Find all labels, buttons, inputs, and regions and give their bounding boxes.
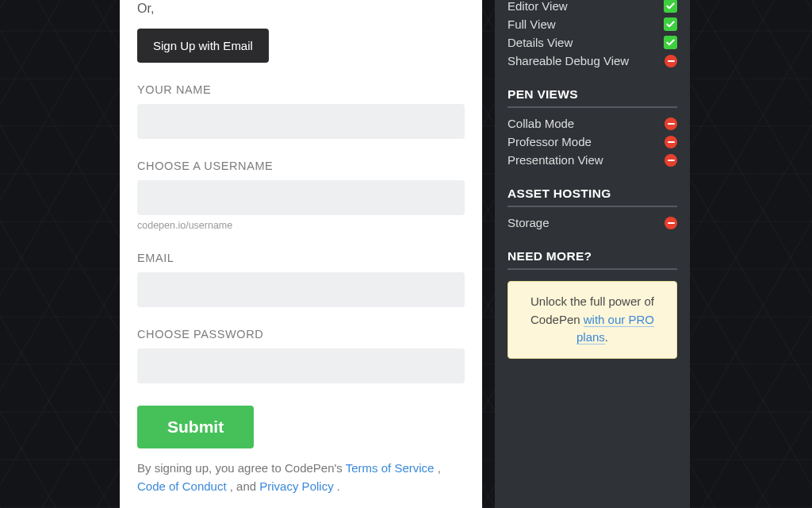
email-input[interactable] [137, 272, 465, 307]
features-sidebar: Editor ViewFull ViewDetails ViewShareabl… [495, 0, 690, 508]
check-icon [664, 36, 677, 49]
feature-label: Shareable Debug View [508, 54, 629, 67]
minus-icon [665, 117, 677, 130]
need-more-title: NEED MORE? [508, 249, 677, 270]
pro-plans-link[interactable]: with our PRO plans [576, 313, 654, 345]
signup-with-email-button[interactable]: Sign Up with Email [137, 29, 269, 63]
feature-row: Details View [508, 33, 677, 52]
submit-button[interactable]: Submit [137, 406, 254, 448]
signup-card: Or, Sign Up with Email YOUR NAME CHOOSE … [120, 0, 482, 508]
your-name-label: YOUR NAME [137, 83, 465, 96]
minus-icon [665, 136, 677, 148]
feature-label: Collab Mode [508, 117, 574, 130]
feature-row: Presentation View [508, 151, 677, 169]
feature-row: Shareable Debug View [508, 52, 677, 70]
minus-icon [665, 217, 677, 229]
code-of-conduct-link[interactable]: Code of Conduct [137, 479, 227, 493]
check-icon [664, 17, 677, 31]
agree-prefix: By signing up, you agree to CodePen's [137, 461, 346, 475]
email-label: EMAIL [137, 252, 465, 264]
username-label: CHOOSE A USERNAME [137, 160, 465, 172]
feature-row: Collab Mode [508, 114, 677, 133]
your-name-input[interactable] [137, 104, 465, 139]
feature-label: Editor View [508, 0, 568, 13]
section-title: PEN VIEWS [508, 87, 677, 108]
feature-label: Presentation View [508, 153, 603, 167]
feature-label: Full View [508, 17, 556, 31]
pro-promo-box: Unlock the full power of CodePen with ou… [508, 281, 677, 359]
feature-row: Storage [508, 214, 677, 232]
promo-suffix: . [605, 330, 608, 344]
privacy-policy-link[interactable]: Privacy Policy [259, 479, 333, 493]
username-hint: codepen.io/username [137, 220, 465, 231]
or-label: Or, [137, 2, 465, 16]
feature-row: Professor Mode [508, 133, 677, 151]
feature-label: Storage [508, 216, 550, 229]
minus-icon [665, 55, 677, 67]
feature-row: Editor View [508, 0, 677, 15]
agree-text: By signing up, you agree to CodePen's Te… [137, 460, 465, 495]
minus-icon [665, 154, 677, 167]
terms-of-service-link[interactable]: Terms of Service [346, 461, 435, 475]
feature-label: Professor Mode [508, 135, 592, 148]
password-input[interactable] [137, 348, 465, 383]
feature-label: Details View [508, 36, 573, 49]
check-icon [664, 0, 677, 13]
username-input[interactable] [137, 180, 465, 215]
section-title: ASSET HOSTING [508, 187, 677, 207]
password-label: CHOOSE PASSWORD [137, 328, 465, 341]
feature-row: Full View [508, 15, 677, 33]
